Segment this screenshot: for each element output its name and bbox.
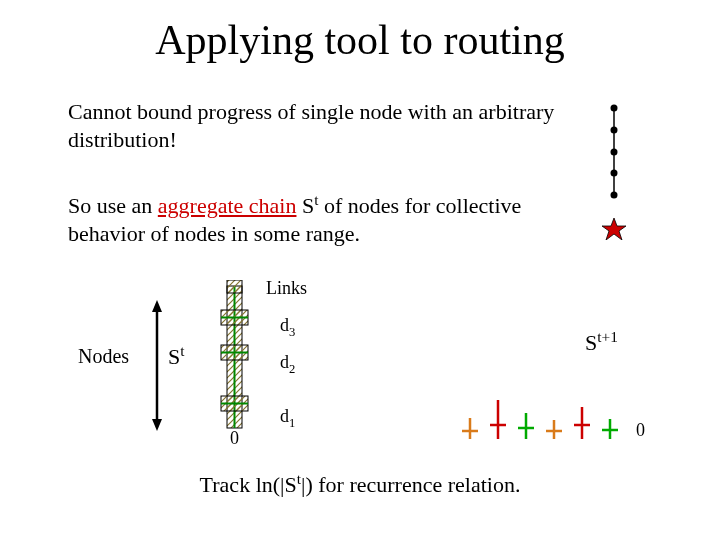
- st-s: S: [168, 344, 180, 369]
- hatched-boxes-diagram: [205, 280, 285, 430]
- links-label: Links: [266, 278, 307, 299]
- paragraph-2: So use an aggregate chain St of nodes fo…: [68, 190, 588, 247]
- st1-diagram: [450, 395, 630, 445]
- d2-n: 2: [289, 362, 295, 376]
- st-label: St: [168, 342, 185, 370]
- star-icon: [602, 218, 626, 240]
- d1-n: 1: [289, 416, 295, 430]
- d1-label: d1: [280, 406, 295, 431]
- svg-marker-7: [152, 300, 162, 312]
- bottom-pre: Track ln(|S: [200, 472, 297, 497]
- svg-point-2: [611, 127, 618, 134]
- svg-point-3: [611, 149, 618, 156]
- d3-n: 3: [289, 325, 295, 339]
- d3-d: d: [280, 315, 289, 335]
- d3-label: d3: [280, 315, 295, 340]
- slide: Applying tool to routing Cannot bound pr…: [0, 0, 720, 540]
- nodes-arrow-icon: [148, 298, 166, 438]
- bottom-text: Track ln(|St|) for recurrence relation.: [0, 470, 720, 498]
- nodes-label: Nodes: [78, 345, 129, 368]
- page-title: Applying tool to routing: [0, 16, 720, 64]
- d2-d: d: [280, 352, 289, 372]
- svg-point-4: [611, 170, 618, 177]
- st1-s: S: [585, 330, 597, 355]
- chain-diagram: [596, 100, 636, 240]
- svg-point-1: [611, 105, 618, 112]
- aggregate-chain-text: aggregate chain: [158, 193, 297, 218]
- bottom-post: |) for recurrence relation.: [301, 472, 520, 497]
- svg-marker-8: [152, 419, 162, 431]
- paragraph-1: Cannot bound progress of single node wit…: [68, 98, 568, 153]
- para2-s: S: [296, 193, 314, 218]
- svg-point-5: [611, 192, 618, 199]
- zero-right: 0: [636, 420, 645, 441]
- zero-left: 0: [230, 428, 239, 449]
- para2-pre: So use an: [68, 193, 158, 218]
- svg-rect-17: [227, 280, 242, 293]
- st1-label: St+1: [585, 328, 618, 356]
- st-t: t: [180, 342, 184, 359]
- d1-d: d: [280, 406, 289, 426]
- st1-sup: t+1: [597, 328, 618, 345]
- d2-label: d2: [280, 352, 295, 377]
